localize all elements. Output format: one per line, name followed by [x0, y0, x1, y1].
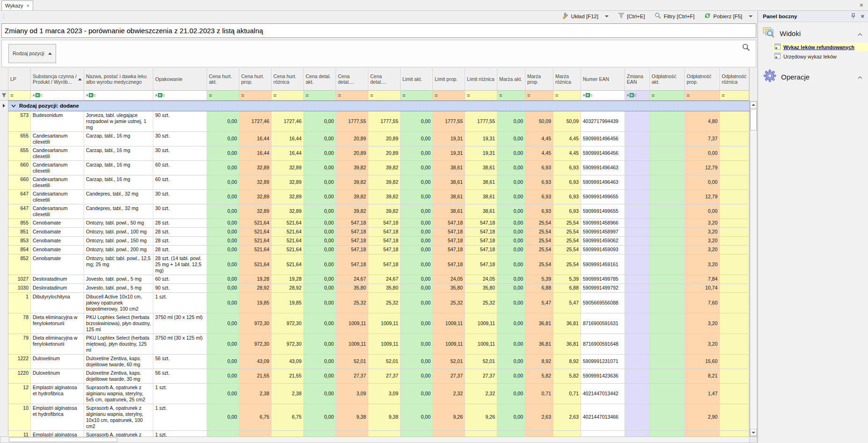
grid-cell[interactable] [625, 334, 650, 355]
grid-cell[interactable]: 0,00 [304, 204, 336, 219]
table-row[interactable]: 852CenobamateOntozry, tabl; tabl. powl.,… [0, 254, 749, 275]
grid-cell[interactable]: Ontozry, tabl. powl., 200 mg [84, 246, 153, 254]
grid-cell[interactable]: 0,00 [304, 161, 336, 175]
grid-cell[interactable]: 6,93 [525, 161, 553, 175]
grid-cell[interactable]: 0,00 [207, 161, 239, 175]
grid-cell[interactable]: 25,54 [553, 219, 581, 228]
grid-cell[interactable]: 15,60 [685, 355, 720, 369]
grid-cell[interactable] [720, 132, 749, 146]
grid-cell[interactable]: 0,71 [553, 384, 581, 404]
fetch-button[interactable]: Pobierz [F5] [704, 12, 753, 20]
grid-cell[interactable]: 30 szt. [153, 146, 207, 161]
grid-cell[interactable]: 1009,11 [433, 334, 465, 355]
grid-cell[interactable]: 547,18 [368, 246, 401, 254]
side-panel-close-icon[interactable]: × [861, 13, 864, 20]
grid-cell[interactable]: 0,00 [401, 384, 433, 404]
grid-cell[interactable]: 4,34 [553, 431, 581, 437]
grid-cell[interactable]: 52,01 [336, 355, 368, 369]
grid-cell[interactable]: 4,45 [553, 146, 581, 161]
grid-cell[interactable]: Ontozry, tabl. powl., 50 mg [84, 219, 153, 228]
grid-cell[interactable] [720, 246, 749, 254]
grid-cell[interactable]: 9,26 [433, 404, 465, 431]
grid-cell[interactable]: 25,54 [553, 246, 581, 254]
grid-cell[interactable]: 655 [8, 146, 31, 161]
grid-cell[interactable]: 0,00 [304, 284, 336, 293]
grid-cell[interactable]: 2,38 [239, 384, 272, 404]
grid-cell[interactable] [650, 431, 685, 437]
grid-cell[interactable]: 56 szt. [153, 369, 207, 384]
filter-cell[interactable]: = [650, 91, 685, 101]
grid-cell[interactable]: 0,00 [401, 334, 433, 355]
grid-cell[interactable]: 0,00 [497, 355, 525, 369]
grid-cell[interactable]: 5909991499792 [581, 284, 625, 293]
grid-cell[interactable]: 4021447013442 [581, 384, 625, 404]
grid-cell[interactable]: 0,00 [497, 384, 525, 404]
grid-cell[interactable]: 547,18 [336, 246, 368, 254]
grid-cell[interactable]: 547,18 [465, 219, 497, 228]
grid-cell[interactable]: 5,39 [525, 275, 553, 284]
grid-cell[interactable]: 0,00 [497, 161, 525, 175]
grid-cell[interactable]: 6,88 [553, 284, 581, 293]
column-header[interactable]: Nazwa, postać i dawka leku albo wyrobu m… [84, 68, 153, 91]
grid-cell[interactable]: 78 [8, 313, 31, 334]
grid-cell[interactable]: 16,44 [272, 146, 304, 161]
grid-cell[interactable]: PKU Lophlex Select (herbata brzoskwiniow… [84, 313, 153, 334]
grid-cell[interactable] [625, 132, 650, 146]
grid-cell[interactable]: 25,54 [525, 219, 553, 228]
grid-cell[interactable]: 0,00 [207, 355, 239, 369]
grid-cell[interactable]: 0,00 [401, 284, 433, 293]
grid-cell[interactable]: 60 szt. [153, 161, 207, 175]
grid-cell[interactable]: 851 [8, 228, 31, 237]
grid-cell[interactable]: Ontozry, tabl. powl., 150 mg [84, 237, 153, 246]
grid-cell[interactable]: 18,52 [433, 431, 465, 437]
grid-cell[interactable]: 0,00 [207, 284, 239, 293]
filter-cell[interactable]: = [525, 91, 553, 101]
group-by-panel[interactable]: Rodzaj pozycji [1, 40, 756, 67]
column-header[interactable]: Odpłatność prop. [685, 68, 720, 91]
grid-cell[interactable]: 0,00 [401, 146, 433, 161]
grid-cell[interactable]: 5909991499655 [581, 190, 625, 204]
grid-cell[interactable]: 0,00 [497, 284, 525, 293]
grid-cell[interactable]: 38,61 [465, 204, 497, 219]
grid-cell[interactable]: 521,64 [239, 237, 272, 246]
grid-cell[interactable] [720, 254, 749, 275]
grid-cell[interactable]: 18,52 [465, 431, 497, 437]
filter-cell[interactable]: = [433, 91, 465, 101]
grid-cell[interactable]: 0,00 [497, 204, 525, 219]
grid-cell[interactable]: 24,67 [368, 275, 401, 284]
section-header-operacje[interactable]: Operacje [762, 67, 864, 87]
grid-cell[interactable]: 3,20 [685, 334, 720, 355]
grid-cell[interactable]: Duloxetinum [31, 369, 84, 384]
grid-cell[interactable]: Jovesto, tabl. powl., 5 mg [84, 275, 153, 284]
grid-cell[interactable]: 2,32 [465, 384, 497, 404]
grid-cell[interactable]: 38,61 [433, 175, 465, 190]
grid-cell[interactable]: 3,20 [685, 237, 720, 246]
grid-cell[interactable] [625, 175, 650, 190]
grid-cell[interactable]: 6,93 [553, 204, 581, 219]
grid-cell[interactable]: 10,74 [685, 284, 720, 293]
grid-cell[interactable]: 0,00 [685, 175, 720, 190]
grid-cell[interactable]: 972,30 [239, 334, 272, 355]
filter-cell[interactable]: = [336, 91, 368, 101]
grid-cell[interactable]: 52,01 [433, 355, 465, 369]
grid-cell[interactable]: 56 szt. [153, 355, 207, 369]
grid-cell[interactable]: Candesartanum cilexetili [31, 175, 84, 190]
grid-cell[interactable]: 1 szt. [153, 293, 207, 313]
grid-cell[interactable]: 0,00 [304, 275, 336, 284]
grid-cell[interactable] [625, 111, 650, 132]
grid-cell[interactable]: 4,45 [553, 132, 581, 146]
column-header[interactable]: Cena hurt. różnica [272, 68, 304, 91]
grid-cell[interactable]: 3750 ml (30 x 125 ml) [153, 334, 207, 355]
grid-cell[interactable]: 0,00 [304, 313, 336, 334]
grid-cell[interactable]: 5905669556088 [581, 293, 625, 313]
grid-cell[interactable]: 3,20 [685, 313, 720, 334]
grid-cell[interactable] [650, 254, 685, 275]
grid-cell[interactable]: 21,55 [239, 369, 272, 384]
grid-cell[interactable]: 0,00 [304, 404, 336, 431]
grid-cell[interactable]: 39,82 [368, 175, 401, 190]
grid-cell[interactable]: 0,00 [304, 190, 336, 204]
grid-cell[interactable] [650, 369, 685, 384]
column-header[interactable]: Limit akt. [401, 68, 433, 91]
grid-cell[interactable]: 19,31 [433, 132, 465, 146]
grid-cell[interactable] [625, 355, 650, 369]
